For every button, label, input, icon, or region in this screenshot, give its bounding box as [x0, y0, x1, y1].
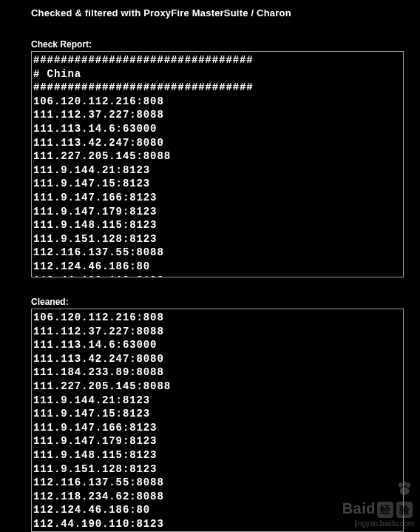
page-root: Checked & filtered with ProxyFire Master…: [0, 0, 420, 532]
page-title: Checked & filtered with ProxyFire Master…: [31, 7, 402, 18]
svg-point-2: [407, 482, 410, 487]
check-report-textarea[interactable]: [31, 51, 404, 277]
cleaned-label: Cleaned:: [31, 297, 402, 307]
check-report-label: Check Report:: [31, 39, 402, 50]
section-gap: [31, 280, 402, 297]
cleaned-textarea[interactable]: [31, 309, 404, 532]
